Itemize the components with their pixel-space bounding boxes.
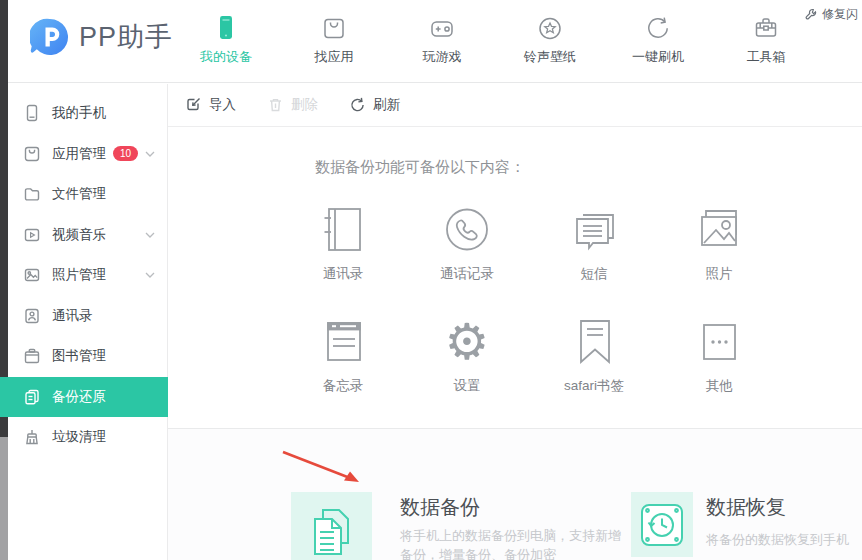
backup-type-safari-bookmarks[interactable]: safari书签 — [539, 315, 649, 395]
photos-icon — [692, 203, 746, 257]
address-book-icon — [316, 203, 370, 257]
app-count-badge: 10 — [113, 146, 138, 161]
import-button[interactable]: 导入 — [185, 96, 236, 114]
backup-card-title[interactable]: 数据备份 — [400, 494, 480, 521]
refresh-button[interactable]: 刷新 — [349, 96, 400, 114]
sidebar: 我的手机 应用管理 10 文件管理 视频音乐 照 — [8, 84, 168, 560]
sidebar-item-video-music[interactable]: 视频音乐 — [8, 215, 167, 256]
backup-type-settings[interactable]: ⚙ 设置 — [412, 315, 522, 395]
chevron-down-icon — [145, 232, 155, 238]
contact-icon — [23, 307, 41, 325]
nav-ringtones-wallpapers[interactable]: 铃声壁纸 — [508, 9, 592, 66]
notes-icon — [316, 315, 370, 369]
backup-type-contacts[interactable]: 通讯录 — [288, 203, 398, 283]
gamepad-icon — [400, 9, 484, 43]
logo-text: PP助手 — [79, 19, 173, 55]
broom-icon — [23, 428, 41, 446]
app-logo: PP助手 — [30, 17, 173, 57]
data-backup-card[interactable] — [291, 492, 372, 560]
sidebar-item-file-management[interactable]: 文件管理 — [8, 174, 167, 215]
sidebar-item-my-phone[interactable]: 我的手机 — [8, 93, 167, 134]
pp-assistant-window: PP助手 我的设备 — [0, 0, 862, 560]
photo-icon — [23, 266, 41, 284]
backup-type-photos[interactable]: 照片 — [664, 203, 774, 283]
data-restore-card[interactable] — [631, 492, 693, 557]
nav-find-apps[interactable]: 找应用 — [292, 9, 376, 66]
bookmark-icon — [567, 315, 621, 369]
toolbox-icon — [724, 9, 808, 43]
fix-crash-link[interactable]: 修复闪 — [805, 6, 858, 23]
header: PP助手 我的设备 — [8, 0, 862, 83]
phone-call-icon — [440, 203, 494, 257]
book-icon — [23, 347, 41, 365]
chevron-down-icon — [145, 272, 155, 278]
restore-clock-icon — [639, 502, 685, 548]
messages-icon — [567, 203, 621, 257]
backup-heading: 数据备份功能可备份以下内容： — [315, 158, 525, 177]
nav-toolbox[interactable]: 工具箱 — [724, 9, 808, 66]
backup-restore-icon — [23, 388, 41, 406]
sidebar-item-app-management[interactable]: 应用管理 10 — [8, 134, 167, 175]
sidebar-item-backup-restore[interactable]: 备份还原 — [0, 377, 168, 418]
folder-icon — [23, 185, 41, 203]
restore-card-title[interactable]: 数据恢复 — [706, 494, 786, 521]
device-icon — [184, 9, 268, 43]
backup-content: 数据备份功能可备份以下内容： 通讯录 通话记录 短信 — [168, 127, 862, 428]
top-navigation: 我的设备 找应用 玩游 — [184, 9, 808, 66]
nav-one-key-flash[interactable]: 一键刷机 — [616, 9, 700, 66]
window-edge-strip-dark — [0, 0, 8, 437]
sidebar-item-book-management[interactable]: 图书管理 — [8, 336, 167, 377]
sidebar-item-junk-cleanup[interactable]: 垃圾清理 — [8, 417, 167, 458]
video-icon — [23, 226, 41, 244]
sidebar-item-photo-management[interactable]: 照片管理 — [8, 255, 167, 296]
backup-card-description: 将手机上的数据备份到电脑，支持新增 备份，增量备份、备份加密 — [400, 526, 621, 560]
app-bag-icon — [292, 9, 376, 43]
gear-icon: ⚙ — [412, 315, 522, 369]
chevron-down-icon — [145, 151, 155, 157]
backup-type-call-records[interactable]: 通话记录 — [412, 203, 522, 283]
phone-icon — [23, 104, 41, 122]
sidebar-item-contacts[interactable]: 通讯录 — [8, 296, 167, 337]
backup-type-sms[interactable]: 短信 — [539, 203, 649, 283]
window-edge-strip-light — [0, 437, 8, 560]
action-cards-section: 数据备份 将手机上的数据备份到电脑，支持新增 备份，增量备份、备份加密 数据恢复… — [168, 428, 862, 560]
pp-logo-icon — [30, 17, 70, 57]
flash-refresh-icon — [616, 9, 700, 43]
refresh-icon — [349, 96, 366, 113]
backup-documents-icon — [303, 502, 361, 560]
red-annotation-arrow — [280, 449, 370, 491]
delete-button[interactable]: 删除 — [267, 96, 318, 114]
backup-type-notes[interactable]: 备忘录 — [288, 315, 398, 395]
backup-toolbar: 导入 删除 刷新 — [168, 83, 862, 127]
app-bag-icon — [23, 145, 41, 163]
nav-play-games[interactable]: 玩游戏 — [400, 9, 484, 66]
star-circle-icon — [508, 9, 592, 43]
import-icon — [185, 96, 202, 113]
restore-card-description: 将备份的数据恢复到手机 — [706, 530, 849, 549]
nav-my-device[interactable]: 我的设备 — [184, 9, 268, 66]
backup-type-others[interactable]: 其他 — [664, 315, 774, 395]
ellipsis-box-icon — [692, 315, 746, 369]
trash-icon — [267, 96, 284, 113]
wrench-icon — [805, 8, 818, 21]
